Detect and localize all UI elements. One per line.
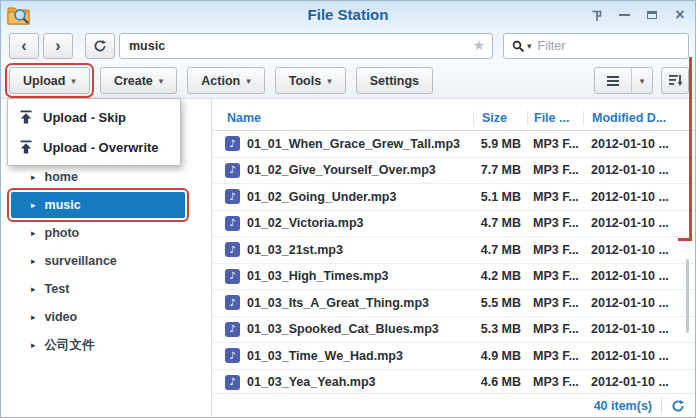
music-file-icon: ♪ <box>225 216 240 231</box>
refresh-button[interactable] <box>85 33 115 59</box>
toolbar-button-create[interactable]: Create ▾ <box>100 67 177 94</box>
file-size: 5.1 MB <box>473 190 527 204</box>
minimize-icon[interactable] <box>617 8 631 22</box>
column-header[interactable]: File ... <box>527 111 583 125</box>
refresh-list-icon <box>671 399 685 413</box>
sidebar-item-label: home <box>45 170 78 184</box>
expand-arrow-icon[interactable]: ▸ <box>31 340 36 350</box>
sidebar-item-photo[interactable]: ▸ photo <box>1 219 211 247</box>
expand-arrow-icon[interactable]: ▸ <box>31 172 36 182</box>
table-row[interactable]: ♪ 01_02_Going_Under.mp3 5.1 MB MP3 F... … <box>213 184 695 211</box>
forward-button[interactable]: › <box>43 33 73 59</box>
pin-window-icon[interactable] <box>589 8 603 22</box>
expand-arrow-icon[interactable]: ▸ <box>31 312 36 322</box>
file-list-panel: NameSizeFile ...Modified D... ♪ 01_01_Wh… <box>213 105 695 393</box>
file-modified-date: 2012-01-10 ... <box>583 269 695 283</box>
toolbar-button-action[interactable]: Action ▾ <box>187 67 264 94</box>
chevron-down-icon: ▾ <box>246 76 251 86</box>
sidebar-item-Test[interactable]: ▸ Test <box>1 275 211 303</box>
sort-button[interactable] <box>661 67 689 94</box>
file-name-cell: ♪ 01_03_Spooked_Cat_Blues.mp3 <box>213 322 473 337</box>
refresh-icon <box>93 39 107 53</box>
table-body: ♪ 01_01_When_Grace_Grew_Tall.mp3 5.9 MB … <box>213 131 695 393</box>
expand-arrow-icon[interactable]: ▸ <box>31 284 36 294</box>
table-row[interactable]: ♪ 01_03_Yea_Yeah.mp3 4.6 MB MP3 F... 201… <box>213 370 695 394</box>
forward-icon: › <box>55 37 60 55</box>
back-button[interactable]: ‹ <box>9 33 39 59</box>
sidebar-item-label: music <box>45 198 81 212</box>
list-view-icon <box>595 68 631 93</box>
view-mode-caret-icon[interactable]: ▾ <box>631 68 652 93</box>
column-header[interactable]: Size <box>473 111 527 125</box>
table-row[interactable]: ♪ 01_01_When_Grace_Grew_Tall.mp3 5.9 MB … <box>213 131 695 158</box>
search-icon <box>512 40 525 53</box>
file-size: 4.2 MB <box>473 269 527 283</box>
table-row[interactable]: ♪ 01_02_Give_Yourself_Over.mp3 7.7 MB MP… <box>213 158 695 185</box>
expand-arrow-icon[interactable]: ▸ <box>31 200 36 210</box>
refresh-list-button[interactable] <box>671 399 685 413</box>
file-size: 5.9 MB <box>473 137 527 151</box>
upload-menu-item-label: Upload - Skip <box>43 110 126 125</box>
toolbar-button-label: Create <box>114 74 153 88</box>
title-bar: File Station × <box>1 1 695 29</box>
annotation-red-line-corner <box>678 238 690 241</box>
upload-menu-item[interactable]: Upload - Skip <box>8 102 180 132</box>
table-row[interactable]: ♪ 01_03_High_Times.mp3 4.2 MB MP3 F... 2… <box>213 264 695 291</box>
file-name: 01_03_21st.mp3 <box>247 243 343 257</box>
maximize-icon[interactable] <box>645 8 659 22</box>
table-row[interactable]: ♪ 01_03_Spooked_Cat_Blues.mp3 5.3 MB MP3… <box>213 317 695 344</box>
file-size: 4.9 MB <box>473 349 527 363</box>
music-file-icon: ♪ <box>225 163 240 178</box>
file-name-cell: ♪ 01_03_Time_We_Had.mp3 <box>213 348 473 363</box>
toolbar-button-upload[interactable]: Upload ▾ <box>9 67 90 94</box>
upload-icon <box>18 109 34 125</box>
status-bar: 40 item(s) <box>213 393 695 417</box>
sidebar-item-home[interactable]: ▸ home <box>1 163 211 191</box>
toolbar-button-tools[interactable]: Tools ▾ <box>275 67 346 94</box>
file-name: 01_02_Going_Under.mp3 <box>247 190 396 204</box>
toolbar-button-label: Tools <box>289 74 321 88</box>
file-modified-date: 2012-01-10 ... <box>583 190 695 204</box>
music-file-icon: ♪ <box>225 348 240 363</box>
table-header-row: NameSizeFile ...Modified D... <box>213 105 695 131</box>
path-input[interactable] <box>120 34 492 58</box>
file-size: 4.7 MB <box>473 216 527 230</box>
upload-menu-item[interactable]: Upload - Overwrite <box>8 132 180 162</box>
table-row[interactable]: ♪ 01_03_Its_A_Great_Thing.mp3 5.5 MB MP3… <box>213 290 695 317</box>
file-size: 5.5 MB <box>473 296 527 310</box>
file-name: 01_03_Time_We_Had.mp3 <box>247 349 403 363</box>
view-mode-button[interactable]: ▾ <box>594 67 653 94</box>
file-type: MP3 F... <box>527 296 583 310</box>
table-row[interactable]: ♪ 01_03_Time_We_Had.mp3 4.9 MB MP3 F... … <box>213 343 695 370</box>
file-name: 01_03_Spooked_Cat_Blues.mp3 <box>247 322 439 336</box>
path-bar: ★ <box>119 33 493 59</box>
chevron-down-icon: ▾ <box>71 76 76 86</box>
file-modified-date: 2012-01-10 ... <box>583 349 695 363</box>
sidebar-item-label: surveillance <box>45 254 117 268</box>
table-row[interactable]: ♪ 01_02_Victoria.mp3 4.7 MB MP3 F... 201… <box>213 211 695 238</box>
file-modified-date: 2012-01-10 ... <box>583 322 695 336</box>
sidebar-item-music[interactable]: ▸ music <box>11 192 185 218</box>
vertical-scrollbar-thumb[interactable] <box>686 259 689 333</box>
column-header[interactable]: Name <box>213 111 473 125</box>
expand-arrow-icon[interactable]: ▸ <box>31 228 36 238</box>
file-name: 01_01_When_Grace_Grew_Tall.mp3 <box>247 137 460 151</box>
filter-input[interactable] <box>536 38 688 54</box>
sidebar-item-video[interactable]: ▸ video <box>1 303 211 331</box>
file-modified-date: 2012-01-10 ... <box>583 375 695 389</box>
table-row[interactable]: ♪ 01_03_21st.mp3 4.7 MB MP3 F... 2012-01… <box>213 237 695 264</box>
music-file-icon: ♪ <box>225 242 240 257</box>
close-icon[interactable]: × <box>673 8 687 22</box>
toolbar: Upload ▾ Create ▾ Action ▾ Tools ▾ Setti… <box>1 63 695 99</box>
search-options-caret-icon[interactable]: ▾ <box>527 41 532 51</box>
toolbar-button-label: Action <box>201 74 240 88</box>
expand-arrow-icon[interactable]: ▸ <box>31 256 36 266</box>
sidebar-item-surveillance[interactable]: ▸ surveillance <box>1 247 211 275</box>
sidebar-item-公司文件[interactable]: ▸ 公司文件 <box>1 331 211 359</box>
file-name: 01_02_Give_Yourself_Over.mp3 <box>247 163 436 177</box>
toolbar-button-settings[interactable]: Settings <box>356 67 433 94</box>
file-type: MP3 F... <box>527 163 583 177</box>
navigation-bar: ‹ › ★ ▾ <box>1 29 695 63</box>
favorite-star-icon[interactable]: ★ <box>472 38 485 52</box>
column-header[interactable]: Modified D... <box>583 111 695 125</box>
